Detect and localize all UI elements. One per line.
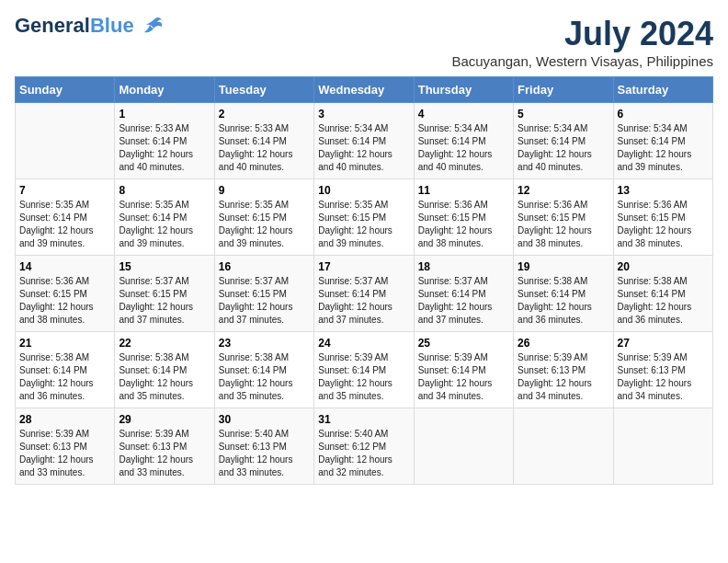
day-number: 25 <box>418 337 509 350</box>
day-number: 5 <box>518 108 609 121</box>
day-cell: 28Sunrise: 5:39 AMSunset: 6:13 PMDayligh… <box>16 408 115 485</box>
col-header-sunday: Sunday <box>16 77 115 103</box>
day-cell <box>16 103 115 179</box>
day-number: 18 <box>418 260 509 273</box>
day-cell: 18Sunrise: 5:37 AMSunset: 6:14 PMDayligh… <box>414 256 513 332</box>
day-info: Sunrise: 5:40 AMSunset: 6:13 PMDaylight:… <box>219 428 310 479</box>
day-number: 19 <box>518 260 609 273</box>
day-info: Sunrise: 5:35 AMSunset: 6:15 PMDaylight:… <box>318 199 409 250</box>
day-info: Sunrise: 5:38 AMSunset: 6:14 PMDaylight:… <box>119 351 210 403</box>
col-header-wednesday: Wednesday <box>314 77 414 103</box>
day-cell: 9Sunrise: 5:35 AMSunset: 6:15 PMDaylight… <box>214 179 313 256</box>
day-info: Sunrise: 5:37 AMSunset: 6:14 PMDaylight:… <box>318 275 409 327</box>
day-info: Sunrise: 5:36 AMSunset: 6:15 PMDaylight:… <box>19 275 110 327</box>
logo-general: General <box>15 14 90 37</box>
day-cell: 1Sunrise: 5:33 AMSunset: 6:14 PMDaylight… <box>115 103 214 179</box>
day-cell: 17Sunrise: 5:37 AMSunset: 6:14 PMDayligh… <box>314 256 414 332</box>
day-number: 21 <box>19 337 110 350</box>
col-header-tuesday: Tuesday <box>214 77 313 103</box>
day-info: Sunrise: 5:39 AMSunset: 6:14 PMDaylight:… <box>418 351 509 403</box>
day-cell: 27Sunrise: 5:39 AMSunset: 6:13 PMDayligh… <box>613 332 712 408</box>
page-header: GeneralBlue July 2024 Bacuyangan, Wester… <box>15 15 713 69</box>
week-row-2: 7Sunrise: 5:35 AMSunset: 6:14 PMDaylight… <box>16 179 713 256</box>
day-info: Sunrise: 5:39 AMSunset: 6:13 PMDaylight:… <box>19 428 110 479</box>
location-subtitle: Bacuyangan, Western Visayas, Philippines <box>451 53 713 69</box>
day-cell: 19Sunrise: 5:38 AMSunset: 6:14 PMDayligh… <box>514 256 613 332</box>
day-number: 30 <box>219 413 310 426</box>
day-cell: 31Sunrise: 5:40 AMSunset: 6:12 PMDayligh… <box>314 408 414 485</box>
day-number: 7 <box>19 184 110 197</box>
day-cell: 3Sunrise: 5:34 AMSunset: 6:14 PMDaylight… <box>314 103 414 179</box>
day-info: Sunrise: 5:38 AMSunset: 6:14 PMDaylight:… <box>518 275 609 327</box>
day-info: Sunrise: 5:36 AMSunset: 6:15 PMDaylight:… <box>518 199 609 250</box>
day-cell: 8Sunrise: 5:35 AMSunset: 6:14 PMDaylight… <box>115 179 214 256</box>
day-cell: 11Sunrise: 5:36 AMSunset: 6:15 PMDayligh… <box>414 179 513 256</box>
day-info: Sunrise: 5:34 AMSunset: 6:14 PMDaylight:… <box>618 122 709 174</box>
day-number: 10 <box>318 184 409 197</box>
day-info: Sunrise: 5:37 AMSunset: 6:15 PMDaylight:… <box>119 275 210 327</box>
day-number: 29 <box>119 413 210 426</box>
day-cell: 15Sunrise: 5:37 AMSunset: 6:15 PMDayligh… <box>115 256 214 332</box>
day-cell: 5Sunrise: 5:34 AMSunset: 6:14 PMDaylight… <box>514 103 613 179</box>
day-cell: 14Sunrise: 5:36 AMSunset: 6:15 PMDayligh… <box>16 256 115 332</box>
day-cell: 25Sunrise: 5:39 AMSunset: 6:14 PMDayligh… <box>414 332 513 408</box>
day-info: Sunrise: 5:39 AMSunset: 6:13 PMDaylight:… <box>119 428 210 479</box>
day-info: Sunrise: 5:35 AMSunset: 6:15 PMDaylight:… <box>219 199 310 250</box>
header-row: SundayMondayTuesdayWednesdayThursdayFrid… <box>16 77 713 103</box>
day-cell: 2Sunrise: 5:33 AMSunset: 6:14 PMDaylight… <box>214 103 313 179</box>
calendar-table: SundayMondayTuesdayWednesdayThursdayFrid… <box>15 76 713 485</box>
col-header-friday: Friday <box>514 77 613 103</box>
day-number: 26 <box>518 337 609 350</box>
logo-blue: Blue <box>90 14 134 37</box>
day-number: 22 <box>119 337 210 350</box>
day-number: 27 <box>618 337 709 350</box>
day-number: 16 <box>219 260 310 273</box>
col-header-saturday: Saturday <box>613 77 712 103</box>
week-row-3: 14Sunrise: 5:36 AMSunset: 6:15 PMDayligh… <box>16 256 713 332</box>
day-cell: 30Sunrise: 5:40 AMSunset: 6:13 PMDayligh… <box>214 408 313 485</box>
logo: GeneralBlue <box>15 15 163 37</box>
day-info: Sunrise: 5:38 AMSunset: 6:14 PMDaylight:… <box>618 275 709 327</box>
day-cell: 23Sunrise: 5:38 AMSunset: 6:14 PMDayligh… <box>214 332 313 408</box>
day-cell: 7Sunrise: 5:35 AMSunset: 6:14 PMDaylight… <box>16 179 115 256</box>
day-cell <box>613 408 712 485</box>
day-cell: 16Sunrise: 5:37 AMSunset: 6:15 PMDayligh… <box>214 256 313 332</box>
day-number: 13 <box>618 184 709 197</box>
title-block: July 2024 Bacuyangan, Western Visayas, P… <box>451 15 713 69</box>
day-cell: 12Sunrise: 5:36 AMSunset: 6:15 PMDayligh… <box>514 179 613 256</box>
logo-bird-icon <box>137 15 163 37</box>
day-number: 3 <box>318 108 409 121</box>
week-row-1: 1Sunrise: 5:33 AMSunset: 6:14 PMDaylight… <box>16 103 713 179</box>
day-info: Sunrise: 5:40 AMSunset: 6:12 PMDaylight:… <box>318 428 409 479</box>
day-cell: 24Sunrise: 5:39 AMSunset: 6:14 PMDayligh… <box>314 332 414 408</box>
day-number: 4 <box>418 108 509 121</box>
day-info: Sunrise: 5:37 AMSunset: 6:15 PMDaylight:… <box>219 275 310 327</box>
day-number: 11 <box>418 184 509 197</box>
day-cell: 6Sunrise: 5:34 AMSunset: 6:14 PMDaylight… <box>613 103 712 179</box>
day-cell <box>514 408 613 485</box>
day-number: 17 <box>318 260 409 273</box>
day-info: Sunrise: 5:34 AMSunset: 6:14 PMDaylight:… <box>518 122 609 174</box>
day-number: 1 <box>119 108 210 121</box>
day-cell <box>414 408 513 485</box>
day-info: Sunrise: 5:36 AMSunset: 6:15 PMDaylight:… <box>418 199 509 250</box>
day-number: 20 <box>618 260 709 273</box>
col-header-monday: Monday <box>115 77 214 103</box>
day-cell: 29Sunrise: 5:39 AMSunset: 6:13 PMDayligh… <box>115 408 214 485</box>
day-info: Sunrise: 5:39 AMSunset: 6:14 PMDaylight:… <box>318 351 409 403</box>
day-info: Sunrise: 5:39 AMSunset: 6:13 PMDaylight:… <box>618 351 709 403</box>
day-number: 12 <box>518 184 609 197</box>
day-info: Sunrise: 5:33 AMSunset: 6:14 PMDaylight:… <box>119 122 210 174</box>
day-cell: 4Sunrise: 5:34 AMSunset: 6:14 PMDaylight… <box>414 103 513 179</box>
day-number: 28 <box>19 413 110 426</box>
day-info: Sunrise: 5:34 AMSunset: 6:14 PMDaylight:… <box>318 122 409 174</box>
day-number: 15 <box>119 260 210 273</box>
day-number: 23 <box>219 337 310 350</box>
day-cell: 20Sunrise: 5:38 AMSunset: 6:14 PMDayligh… <box>613 256 712 332</box>
day-number: 9 <box>219 184 310 197</box>
day-cell: 21Sunrise: 5:38 AMSunset: 6:14 PMDayligh… <box>16 332 115 408</box>
day-info: Sunrise: 5:36 AMSunset: 6:15 PMDaylight:… <box>618 199 709 250</box>
day-info: Sunrise: 5:33 AMSunset: 6:14 PMDaylight:… <box>219 122 310 174</box>
day-cell: 26Sunrise: 5:39 AMSunset: 6:13 PMDayligh… <box>514 332 613 408</box>
day-number: 8 <box>119 184 210 197</box>
